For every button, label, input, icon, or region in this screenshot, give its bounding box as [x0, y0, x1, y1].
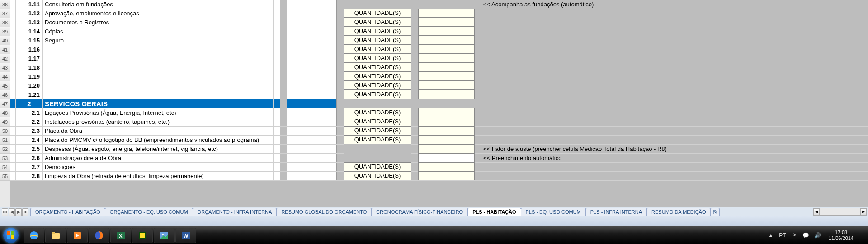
quantity-cell[interactable]: QUANTIDADE(S)	[344, 90, 411, 99]
cell[interactable]	[274, 81, 280, 90]
row-header[interactable]: 43	[0, 63, 10, 72]
cell[interactable]	[274, 145, 280, 153]
taskbar-media-icon[interactable]	[67, 228, 88, 243]
cell[interactable]	[274, 117, 280, 126]
cell[interactable]	[274, 63, 280, 72]
taskbar-excel-icon[interactable]: X	[110, 228, 131, 243]
worksheet-tab[interactable]: CRONOGRAMA FÍSICO-FINANCEIRO	[371, 208, 468, 216]
quantity-cell[interactable]: QUANTIDADE(S)	[344, 126, 411, 135]
cell[interactable]	[274, 45, 280, 54]
cell[interactable]	[287, 18, 337, 27]
item-number-cell[interactable]: 1.17	[16, 54, 43, 63]
taskbar-explorer-icon[interactable]	[45, 228, 66, 243]
cell[interactable]	[287, 154, 337, 162]
value-cell[interactable]	[418, 81, 475, 90]
value-cell[interactable]	[418, 9, 475, 18]
quantity-cell[interactable]: QUANTIDADE(S)	[344, 27, 411, 36]
item-number-cell[interactable]: 2.4	[16, 136, 43, 144]
description-cell[interactable]: Seguro	[43, 36, 274, 45]
cell[interactable]	[274, 9, 280, 18]
row-header[interactable]: 54	[0, 163, 10, 172]
cell[interactable]	[274, 0, 280, 9]
description-cell[interactable]: Demolições	[43, 163, 274, 171]
row-header[interactable]: 52	[0, 145, 10, 154]
cell[interactable]	[287, 136, 337, 144]
row-header[interactable]: 39	[0, 27, 10, 36]
cell[interactable]	[274, 172, 280, 180]
item-number-cell[interactable]: 1.12	[16, 9, 43, 18]
value-cell[interactable]	[418, 0, 475, 9]
item-number-cell[interactable]: 2.8	[16, 172, 43, 180]
taskbar-app-icon[interactable]	[132, 228, 153, 243]
taskbar-ie-icon[interactable]	[24, 228, 44, 243]
item-number-cell[interactable]: 1.13	[16, 18, 43, 27]
description-cell[interactable]: Consultoria em fundações	[43, 0, 274, 9]
quantity-cell[interactable]: QUANTIDADE(S)	[344, 36, 411, 45]
worksheet-tab[interactable]: PLS - EQ. USO COMUM	[521, 208, 586, 216]
row-header[interactable]: 55	[0, 172, 10, 181]
item-number-cell[interactable]: 2.7	[16, 163, 43, 171]
show-desktop-button[interactable]	[861, 228, 865, 243]
cell[interactable]	[274, 99, 280, 108]
cell[interactable]	[287, 54, 337, 63]
item-number-cell[interactable]: 1.19	[16, 72, 43, 81]
item-number-cell[interactable]: 2.3	[16, 127, 43, 135]
tray-clock[interactable]: 17:08 11/06/2014	[826, 230, 856, 241]
cell[interactable]	[10, 72, 16, 81]
description-cell[interactable]: Aprovação, emolumentos e licenças	[43, 9, 274, 18]
row-header[interactable]: 45	[0, 81, 10, 90]
cell[interactable]	[10, 0, 16, 9]
value-cell[interactable]	[418, 126, 475, 135]
cell[interactable]	[10, 117, 16, 126]
cell[interactable]	[274, 18, 280, 27]
item-number-cell[interactable]: 2.6	[16, 154, 43, 162]
worksheet-tab[interactable]: ORÇAMENTO - EQ. USO COMUM	[105, 208, 193, 216]
description-cell[interactable]: Limpeza da Obra (retirada de entulhos, l…	[43, 172, 274, 180]
description-cell[interactable]	[43, 90, 274, 99]
item-number-cell[interactable]: 1.20	[16, 81, 43, 90]
quantity-cell[interactable]: QUANTIDADE(S)	[344, 117, 411, 126]
cell[interactable]	[274, 108, 280, 117]
cell[interactable]	[274, 163, 280, 171]
value-cell[interactable]	[418, 144, 475, 153]
item-number-cell[interactable]: 1.18	[16, 63, 43, 72]
cell[interactable]	[287, 45, 337, 54]
description-cell[interactable]: Documentos e Registros	[43, 18, 274, 27]
cell[interactable]	[287, 36, 337, 45]
cell[interactable]	[10, 63, 16, 72]
cell[interactable]	[10, 145, 16, 153]
quantity-cell[interactable]: QUANTIDADE(S)	[344, 108, 411, 117]
value-cell[interactable]	[418, 27, 475, 36]
item-number-cell[interactable]: 2.2	[16, 117, 43, 126]
cell[interactable]	[10, 9, 16, 18]
tray-volume-icon[interactable]: 🔊	[814, 232, 821, 239]
cell[interactable]	[10, 136, 16, 144]
value-cell[interactable]	[418, 63, 475, 72]
description-cell[interactable]: Despesas (Água, esgoto, energia, telefon…	[43, 145, 274, 153]
tab-nav-last-button[interactable]: ⏭	[22, 208, 28, 216]
row-header[interactable]: 37	[0, 9, 10, 18]
tab-nav-next-button[interactable]: ▶	[15, 208, 22, 216]
row-header[interactable]: 48	[0, 108, 10, 117]
cell[interactable]	[274, 127, 280, 135]
quantity-cell[interactable]: QUANTIDADE(S)	[344, 54, 411, 63]
tray-message-icon[interactable]: 💬	[802, 232, 810, 239]
value-cell[interactable]	[418, 72, 475, 81]
row-header[interactable]: 36	[0, 0, 10, 9]
row-header[interactable]: 53	[0, 154, 10, 163]
cell[interactable]	[287, 117, 337, 126]
tab-nav-prev-button[interactable]: ◀	[9, 208, 15, 216]
value-cell[interactable]	[418, 99, 475, 108]
cell[interactable]	[10, 172, 16, 180]
horizontal-scrollbar[interactable]: ◀ ▶	[813, 208, 867, 216]
description-cell[interactable]: Administração direta de Obra	[43, 154, 274, 162]
cell[interactable]	[287, 81, 337, 90]
row-header[interactable]: 41	[0, 45, 10, 54]
description-cell[interactable]: SERVICOS GERAIS	[43, 99, 274, 108]
row-header[interactable]: 49	[0, 117, 10, 127]
taskbar-word-icon[interactable]: W	[175, 228, 196, 243]
row-header[interactable]: 46	[0, 90, 10, 99]
cell[interactable]	[10, 163, 16, 171]
quantity-cell[interactable]: QUANTIDADE(S)	[344, 63, 411, 72]
value-cell[interactable]	[418, 90, 475, 99]
